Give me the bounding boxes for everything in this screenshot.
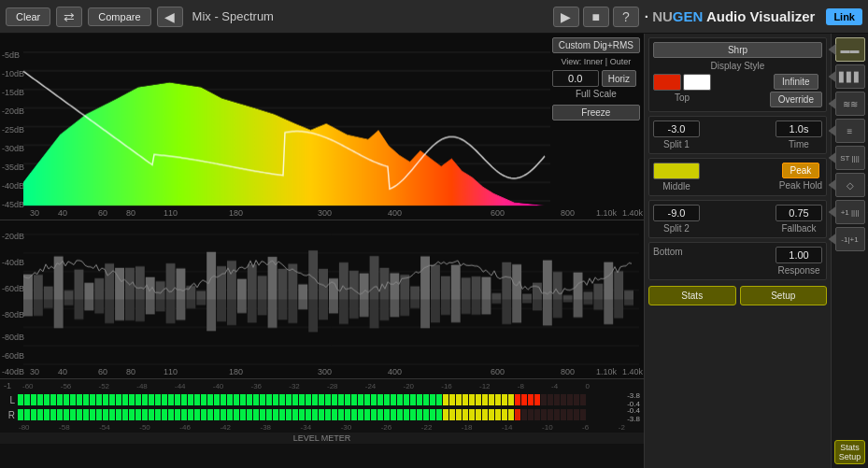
split1-row: -3.0 Split 1 1.0s Time (653, 121, 822, 149)
response-label: Response (777, 265, 819, 276)
view-label: View: Inner | Outer (552, 55, 640, 68)
meter-area: -20dB -40dB -60dB -80dB -80dB -60dB -40d… (0, 220, 644, 379)
clear-button[interactable]: Clear (6, 7, 50, 26)
middle-col: Middle (653, 163, 700, 191)
compare-button[interactable]: Compare (88, 7, 150, 26)
meter-db-40: -40dB (2, 258, 24, 267)
icon-btn-2[interactable]: ▋▋▋ + (835, 64, 865, 89)
response-value[interactable]: 1.00 (776, 247, 822, 263)
icon-btn-7[interactable]: +1 |||| + (835, 200, 865, 224)
mfreq-110: 110 (164, 367, 178, 376)
spectrum-canvas (0, 34, 644, 220)
split2-col: -9.0 Split 2 (653, 205, 700, 234)
freeze-button[interactable]: Freeze (552, 105, 640, 121)
freq-400: 400 (388, 208, 402, 218)
split1-section: -3.0 Split 1 1.0s Time (648, 116, 827, 154)
r-track (18, 409, 591, 420)
mfreq-300: 300 (318, 367, 332, 376)
level-scale: -60 -56 -52 -48 -44 -40 -36 -32 -28 -24 … (21, 382, 591, 390)
back-forward-button[interactable]: ⇄ (56, 7, 82, 27)
split1-value[interactable]: -3.0 (653, 121, 700, 137)
icon-btn-4[interactable]: ≡ + (835, 119, 865, 143)
right-panel: Shrp Display Style Top Infinite Override (644, 34, 831, 468)
infinite-button[interactable]: Infinite (774, 74, 818, 90)
top-label: Top (675, 92, 690, 103)
meter-db-20: -20dB (2, 232, 24, 241)
response-section: Bottom 1.00 Response (648, 242, 827, 280)
brand-logo: · NUGEN Audio Visualizer (645, 8, 816, 24)
r-level-canvas (18, 409, 591, 420)
db-label-5: -5dB (2, 50, 20, 60)
level-row-r: R -0.4 -3.8 (0, 407, 644, 422)
arrow-left-button[interactable]: ◀ (157, 7, 183, 27)
split1-col: -3.0 Split 1 (653, 121, 700, 149)
spectrum-overlay: Custom Dig+RMS View: Inner | Outer 0.0 H… (552, 37, 640, 121)
split2-section: -9.0 Split 2 0.75 Fallback (648, 200, 827, 238)
db-label-20: -20dB (2, 106, 24, 116)
db-label-45: -45dB (2, 200, 24, 209)
icon-btn-8-label: -1|+1 (841, 235, 858, 244)
mfreq-80: 80 (126, 367, 135, 376)
stop-button[interactable]: ■ (583, 7, 609, 27)
shrp-button[interactable]: Shrp (653, 42, 822, 58)
setup-button[interactable]: Setup (740, 286, 828, 305)
freq-80: 80 (126, 208, 135, 218)
split1-label: Split 1 (663, 139, 690, 149)
icon-btn-6[interactable]: ◇ + (835, 173, 865, 197)
r-values: -0.4 -3.8 (593, 406, 640, 423)
mfreq-800: 800 (561, 367, 575, 376)
display-style-section: Shrp Display Style Top Infinite Override (648, 37, 827, 112)
icon-btn-2-label: ▋▋▋ (839, 72, 861, 82)
icon-btn-1-label: ▬▬ (841, 45, 860, 55)
peak-button[interactable]: Peak (782, 163, 820, 178)
mfreq-600: 600 (491, 367, 505, 376)
top-swatch-white[interactable] (683, 74, 711, 91)
freq-600: 600 (491, 208, 505, 218)
freq-300: 300 (318, 208, 332, 218)
meter-db-60b: -60dB (2, 351, 24, 361)
time-col: 1.0s Time (776, 121, 822, 149)
peak-hold-label: Peak Hold (779, 180, 822, 191)
custom-dig-rms-button[interactable]: Custom Dig+RMS (552, 37, 640, 53)
db-label-25: -25dB (2, 125, 24, 135)
db-label-15: -15dB (2, 88, 24, 97)
bottom-scale: -80 -58 -54 -50 -46 -42 -38 -34 -30 -26 … (0, 422, 644, 433)
stats-button[interactable]: Stats (648, 286, 736, 305)
transport-buttons: ▶ ■ ? (553, 7, 639, 27)
link-button[interactable]: Link (826, 8, 862, 25)
horiz-button[interactable]: Horiz (602, 70, 636, 87)
top-swatch-red[interactable] (653, 74, 681, 91)
bottom-label: Bottom (653, 247, 683, 257)
freq-110k: 1.10k (596, 208, 617, 218)
icon-btn-3[interactable]: ≋≋ + (835, 92, 865, 116)
top-col: Top (653, 74, 711, 107)
override-button[interactable]: Override (770, 92, 822, 107)
stats-icon-button[interactable]: StatsSetup (834, 440, 866, 464)
middle-swatch[interactable] (653, 163, 700, 179)
middle-label: Middle (662, 181, 690, 191)
fallback-value[interactable]: 0.75 (776, 205, 822, 221)
time-label: Time (789, 139, 809, 149)
icon-btn-4-label: ≡ (847, 126, 853, 136)
time-value[interactable]: 1.0s (776, 121, 822, 137)
infinite-override-col: Infinite Override (770, 74, 822, 107)
play-button[interactable]: ▶ (553, 7, 579, 27)
icon-btn-6-label: ◇ (847, 180, 854, 191)
freq-140k: 1.40k (622, 208, 643, 218)
l-track (18, 394, 591, 405)
mfreq-110k: 1.10k (596, 367, 617, 376)
split2-value[interactable]: -9.0 (653, 205, 700, 221)
help-button[interactable]: ? (613, 7, 639, 27)
icon-btn-5[interactable]: ST |||| + (835, 146, 865, 170)
freq-180: 180 (229, 208, 243, 218)
icon-btn-1[interactable]: ▬▬ + (835, 37, 865, 62)
l-label: L (4, 395, 15, 405)
main-area: -5dB -10dB -15dB -20dB -25dB -30dB -35dB… (0, 34, 868, 468)
value-box[interactable]: 0.0 (552, 70, 599, 87)
icon-btn-8[interactable]: -1|+1 + (835, 227, 865, 251)
meter-canvas (0, 220, 644, 378)
bottom-col: Bottom (653, 247, 683, 276)
freq-30: 30 (30, 208, 39, 218)
split2-label: Split 2 (663, 223, 690, 234)
stats-setup-icons: StatsSetup (834, 438, 866, 464)
